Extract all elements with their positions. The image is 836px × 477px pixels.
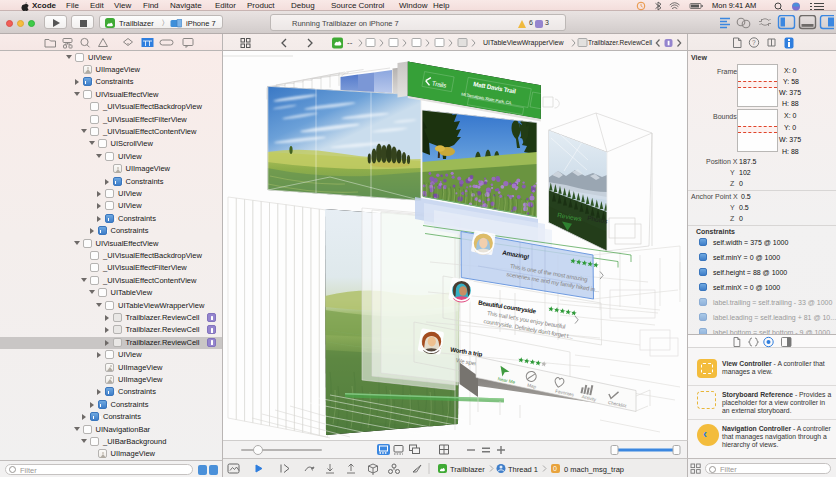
svg-text:Trailblazer: Trailblazer — [450, 465, 485, 474]
svg-text:0 mach_msg_trap: 0 mach_msg_trap — [564, 465, 624, 474]
svg-text:--: -- — [347, 38, 353, 47]
svg-text:0: 0 — [553, 465, 557, 472]
svg-text:Trailblazer.ReviewCell: Trailblazer.ReviewCell — [588, 39, 653, 46]
svg-text:UITableViewWrapperView: UITableViewWrapperView — [483, 39, 564, 47]
svg-text:Thread 1: Thread 1 — [508, 465, 538, 474]
svg-text:?: ? — [752, 39, 756, 46]
